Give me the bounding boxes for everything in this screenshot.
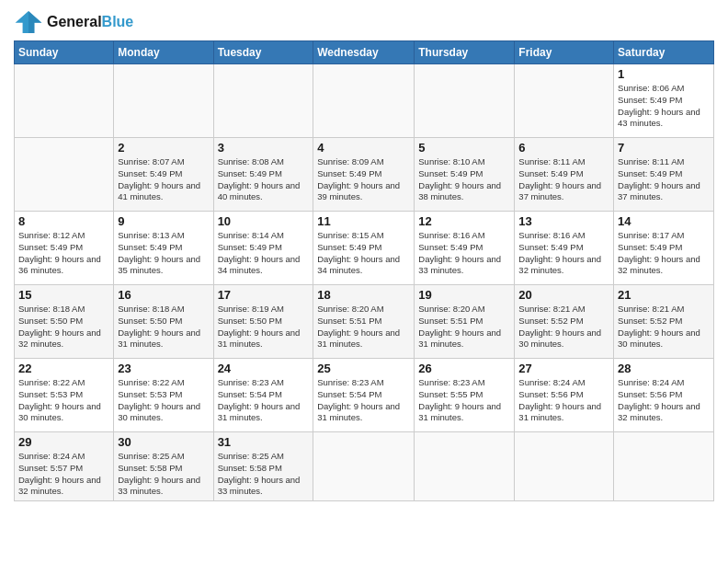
calendar-cell: 10 Sunrise: 8:14 AM Sunset: 5:49 PM Dayl… — [213, 212, 313, 285]
calendar-cell: 9 Sunrise: 8:13 AM Sunset: 5:49 PM Dayli… — [114, 212, 213, 285]
day-info: Sunrise: 8:23 AM Sunset: 5:55 PM Dayligh… — [418, 377, 510, 424]
calendar-cell: 21 Sunrise: 8:21 AM Sunset: 5:52 PM Dayl… — [614, 285, 714, 359]
calendar-cell: 24 Sunrise: 8:23 AM Sunset: 5:54 PM Dayl… — [213, 359, 313, 432]
calendar-cell: 16 Sunrise: 8:18 AM Sunset: 5:50 PM Dayl… — [114, 285, 213, 359]
calendar-cell: 19 Sunrise: 8:20 AM Sunset: 5:51 PM Dayl… — [415, 285, 515, 359]
calendar-cell: 6 Sunrise: 8:11 AM Sunset: 5:49 PM Dayli… — [515, 138, 614, 212]
day-number: 3 — [218, 141, 310, 155]
day-number: 18 — [317, 288, 410, 302]
calendar-cell — [313, 64, 415, 138]
logo-icon — [14, 9, 43, 35]
day-number: 11 — [317, 214, 410, 228]
day-info: Sunrise: 8:24 AM Sunset: 5:57 PM Dayligh… — [18, 451, 109, 498]
day-info: Sunrise: 8:16 AM Sunset: 5:49 PM Dayligh… — [418, 230, 510, 277]
day-info: Sunrise: 8:25 AM Sunset: 5:58 PM Dayligh… — [218, 451, 310, 498]
day-info: Sunrise: 8:06 AM Sunset: 5:49 PM Dayligh… — [618, 83, 710, 130]
day-number: 8 — [18, 214, 109, 228]
weekday-header-wednesday: Wednesday — [313, 41, 415, 64]
calendar-cell: 29 Sunrise: 8:24 AM Sunset: 5:57 PM Dayl… — [15, 432, 114, 501]
day-number: 10 — [218, 214, 310, 228]
calendar-cell: 17 Sunrise: 8:19 AM Sunset: 5:50 PM Dayl… — [213, 285, 313, 359]
calendar-cell: 8 Sunrise: 8:12 AM Sunset: 5:49 PM Dayli… — [15, 212, 114, 285]
day-number: 20 — [518, 288, 609, 302]
calendar-cell: 12 Sunrise: 8:16 AM Sunset: 5:49 PM Dayl… — [415, 212, 515, 285]
logo-text: GeneralBlue — [47, 14, 133, 30]
day-info: Sunrise: 8:23 AM Sunset: 5:54 PM Dayligh… — [317, 377, 410, 424]
day-number: 24 — [218, 362, 310, 375]
weekday-header-sunday: Sunday — [15, 41, 114, 64]
week-row-4: 22 Sunrise: 8:22 AM Sunset: 5:53 PM Dayl… — [15, 359, 714, 432]
day-number: 15 — [18, 288, 109, 302]
day-info: Sunrise: 8:21 AM Sunset: 5:52 PM Dayligh… — [518, 304, 609, 350]
day-number: 26 — [418, 362, 510, 375]
day-number: 5 — [418, 141, 510, 155]
week-row-5: 29 Sunrise: 8:24 AM Sunset: 5:57 PM Dayl… — [15, 432, 714, 501]
calendar-cell — [614, 432, 714, 501]
weekday-header-saturday: Saturday — [614, 41, 714, 64]
calendar-cell — [415, 432, 515, 501]
day-number: 6 — [518, 141, 609, 155]
calendar-cell: 3 Sunrise: 8:08 AM Sunset: 5:49 PM Dayli… — [213, 138, 313, 212]
day-number: 23 — [118, 362, 209, 375]
calendar-cell: 23 Sunrise: 8:22 AM Sunset: 5:53 PM Dayl… — [114, 359, 213, 432]
weekday-header-tuesday: Tuesday — [213, 41, 313, 64]
day-info: Sunrise: 8:11 AM Sunset: 5:49 PM Dayligh… — [618, 156, 710, 203]
day-info: Sunrise: 8:18 AM Sunset: 5:50 PM Dayligh… — [18, 304, 109, 350]
calendar-cell — [15, 138, 114, 212]
week-row-1: 2 Sunrise: 8:07 AM Sunset: 5:49 PM Dayli… — [15, 138, 714, 212]
day-info: Sunrise: 8:24 AM Sunset: 5:56 PM Dayligh… — [618, 377, 710, 424]
svg-marker-1 — [28, 11, 41, 33]
day-info: Sunrise: 8:24 AM Sunset: 5:56 PM Dayligh… — [518, 377, 609, 424]
day-number: 16 — [118, 288, 209, 302]
calendar-cell: 1 Sunrise: 8:06 AM Sunset: 5:49 PM Dayli… — [614, 64, 714, 138]
day-info: Sunrise: 8:14 AM Sunset: 5:49 PM Dayligh… — [218, 230, 310, 277]
header: GeneralBlue — [14, 9, 714, 35]
weekday-header-friday: Friday — [515, 41, 614, 64]
day-info: Sunrise: 8:22 AM Sunset: 5:53 PM Dayligh… — [18, 377, 109, 424]
calendar-cell — [114, 64, 213, 138]
header-row: SundayMondayTuesdayWednesdayThursdayFrid… — [15, 41, 714, 64]
day-info: Sunrise: 8:07 AM Sunset: 5:49 PM Dayligh… — [118, 156, 209, 203]
day-number: 19 — [418, 288, 510, 302]
weekday-header-monday: Monday — [114, 41, 213, 64]
day-info: Sunrise: 8:20 AM Sunset: 5:51 PM Dayligh… — [317, 304, 410, 350]
calendar-cell — [515, 432, 614, 501]
day-info: Sunrise: 8:25 AM Sunset: 5:58 PM Dayligh… — [118, 451, 209, 498]
week-row-0: 1 Sunrise: 8:06 AM Sunset: 5:49 PM Dayli… — [15, 64, 714, 138]
calendar-cell — [515, 64, 614, 138]
calendar-cell: 4 Sunrise: 8:09 AM Sunset: 5:49 PM Dayli… — [313, 138, 415, 212]
calendar-cell: 13 Sunrise: 8:16 AM Sunset: 5:49 PM Dayl… — [515, 212, 614, 285]
day-info: Sunrise: 8:09 AM Sunset: 5:49 PM Dayligh… — [317, 156, 410, 203]
calendar-cell: 11 Sunrise: 8:15 AM Sunset: 5:49 PM Dayl… — [313, 212, 415, 285]
calendar-cell: 25 Sunrise: 8:23 AM Sunset: 5:54 PM Dayl… — [313, 359, 415, 432]
day-number: 12 — [418, 214, 510, 228]
day-number: 14 — [618, 214, 710, 228]
calendar-table: SundayMondayTuesdayWednesdayThursdayFrid… — [14, 40, 714, 501]
day-number: 22 — [18, 362, 109, 375]
calendar-cell: 7 Sunrise: 8:11 AM Sunset: 5:49 PM Dayli… — [614, 138, 714, 212]
day-number: 17 — [218, 288, 310, 302]
calendar-cell: 5 Sunrise: 8:10 AM Sunset: 5:49 PM Dayli… — [415, 138, 515, 212]
calendar-cell — [15, 64, 114, 138]
calendar-cell — [213, 64, 313, 138]
calendar-cell: 2 Sunrise: 8:07 AM Sunset: 5:49 PM Dayli… — [114, 138, 213, 212]
day-info: Sunrise: 8:08 AM Sunset: 5:49 PM Dayligh… — [218, 156, 310, 203]
day-number: 2 — [118, 141, 209, 155]
day-info: Sunrise: 8:19 AM Sunset: 5:50 PM Dayligh… — [218, 304, 310, 350]
day-info: Sunrise: 8:10 AM Sunset: 5:49 PM Dayligh… — [418, 156, 510, 203]
day-info: Sunrise: 8:13 AM Sunset: 5:49 PM Dayligh… — [118, 230, 209, 277]
calendar-cell: 20 Sunrise: 8:21 AM Sunset: 5:52 PM Dayl… — [515, 285, 614, 359]
calendar-cell: 22 Sunrise: 8:22 AM Sunset: 5:53 PM Dayl… — [15, 359, 114, 432]
calendar-cell — [313, 432, 415, 501]
week-row-3: 15 Sunrise: 8:18 AM Sunset: 5:50 PM Dayl… — [15, 285, 714, 359]
day-number: 31 — [218, 435, 310, 449]
day-number: 27 — [518, 362, 609, 375]
calendar-cell: 27 Sunrise: 8:24 AM Sunset: 5:56 PM Dayl… — [515, 359, 614, 432]
day-info: Sunrise: 8:17 AM Sunset: 5:49 PM Dayligh… — [618, 230, 710, 277]
calendar-cell — [415, 64, 515, 138]
day-number: 13 — [518, 214, 609, 228]
day-number: 7 — [618, 141, 710, 155]
day-info: Sunrise: 8:20 AM Sunset: 5:51 PM Dayligh… — [418, 304, 510, 350]
day-number: 4 — [317, 141, 410, 155]
calendar-cell: 26 Sunrise: 8:23 AM Sunset: 5:55 PM Dayl… — [415, 359, 515, 432]
